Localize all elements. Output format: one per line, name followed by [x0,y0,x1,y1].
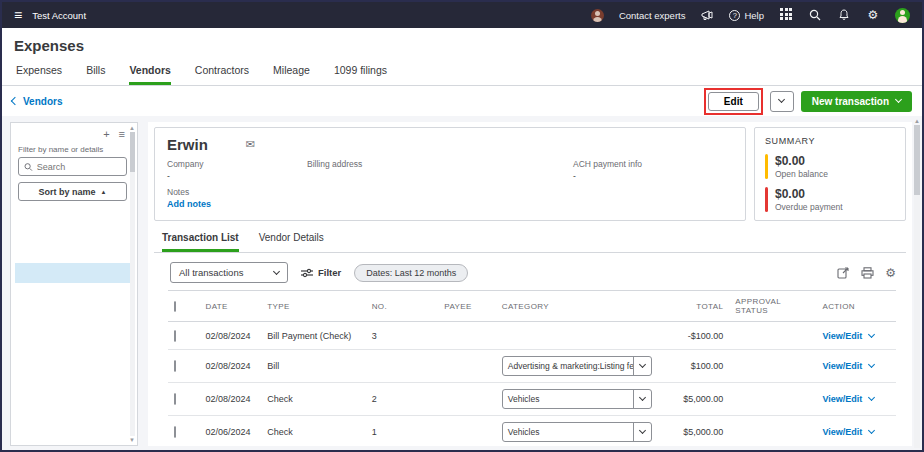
column-header-payee: PAYEE [438,291,495,322]
main-tabs: Expenses Bills Vendors Contractors Milea… [2,54,922,86]
cell-total: $5,000.00 [658,416,730,447]
print-icon[interactable] [861,267,874,279]
megaphone-icon[interactable] [700,8,714,22]
search-icon[interactable] [808,8,822,22]
list-menu-icon[interactable]: ≡ [119,128,125,140]
page-header: Expenses [2,28,922,54]
cell-no: 1 [366,416,439,447]
cell-approval-status [729,322,816,350]
open-balance-indicator [765,154,768,179]
cell-type: Bill Payment (Check) [261,322,365,350]
cell-payee [438,383,495,416]
transaction-type-filter-dropdown[interactable]: All transactions [170,262,288,283]
cell-no: 3 [366,322,439,350]
category-dropdown[interactable]: Advertising & marketing:Listing fe [502,356,652,376]
scrollbar-thumb[interactable] [914,125,920,195]
settings-gear-icon[interactable]: ⚙ [866,8,880,22]
cell-total: -$100.00 [658,322,730,350]
notifications-bell-icon[interactable] [837,8,851,22]
column-header-type: TYPE [261,291,365,322]
view-edit-link[interactable]: View/Edit [822,394,874,404]
selected-vendor-row[interactable] [15,263,131,283]
column-header-category: CATEGORY [496,291,658,322]
ach-payment-info-label: ACH payment info [573,159,733,169]
new-transaction-label: New transaction [812,96,889,107]
tab-1099-filings[interactable]: 1099 filings [334,64,387,85]
vendor-info-card: Erwin ✉ Company - Billing address ACH pa… [154,127,746,221]
chevron-left-icon [11,97,19,105]
summary-title: SUMMARY [765,136,895,146]
tab-expenses[interactable]: Expenses [16,64,62,85]
row-checkbox[interactable] [174,330,176,342]
open-balance-label: Open balance [775,169,828,179]
row-checkbox[interactable] [174,393,176,405]
view-edit-link[interactable]: View/Edit [822,331,874,341]
tab-bills[interactable]: Bills [86,64,105,85]
back-to-vendors-link[interactable]: Vendors [12,96,62,107]
apps-grid-icon[interactable] [779,8,793,22]
cell-category [496,322,658,350]
detail-tabs: Transaction List Vendor Details [154,221,906,253]
dates-filter-pill[interactable]: Dates: Last 12 months [354,264,468,282]
contact-experts-link[interactable]: Contact experts [619,10,686,21]
chevron-down-icon [868,394,875,401]
edit-button[interactable]: Edit [708,92,759,111]
cell-approval-status [729,350,816,383]
scroll-down-icon[interactable]: ▼ [129,437,135,443]
tab-vendors[interactable]: Vendors [129,64,170,85]
cell-type: Bill [261,350,365,383]
open-balance-item: $0.00 Open balance [765,154,895,179]
profile-avatar[interactable] [895,8,910,23]
page-scrollbar[interactable]: ▲ [913,118,921,448]
edit-dropdown-button[interactable] [770,91,794,112]
chevron-down-icon [633,357,651,375]
category-value: Vehicles [503,394,633,404]
view-edit-link[interactable]: View/Edit [822,427,874,437]
export-icon[interactable] [837,267,850,279]
table-row: 02/08/2024 Bill Advertising & marketing:… [168,350,896,383]
tab-contractors[interactable]: Contractors [195,64,249,85]
category-value: Advertising & marketing:Listing fe [503,361,633,371]
summary-card: SUMMARY $0.00 Open balance $0.00 Overdue… [754,127,906,221]
chevron-down-icon [895,96,902,103]
add-notes-link[interactable]: Add notes [167,199,211,209]
chevron-down-icon [868,330,875,337]
chevron-down-icon [868,361,875,368]
hamburger-menu-icon[interactable]: ≡ [14,8,22,22]
select-all-checkbox[interactable] [174,301,176,312]
row-checkbox[interactable] [174,360,176,372]
scroll-up-icon[interactable]: ▲ [129,125,135,131]
column-header-action: ACTION [816,291,896,322]
cell-approval-status [729,383,816,416]
cell-type: Check [261,383,365,416]
cell-type: Check [261,416,365,447]
column-header-date: DATE [199,291,261,322]
row-checkbox[interactable] [174,426,176,438]
sidebar-scrollbar[interactable]: ▲ ▼ [128,125,136,443]
tab-transaction-list[interactable]: Transaction List [162,232,239,252]
table-settings-gear-icon[interactable]: ⚙ [885,266,896,280]
add-vendor-icon[interactable]: + [103,128,109,140]
help-button[interactable]: ? Help [729,10,764,21]
help-icon: ? [729,10,740,21]
expert-avatar-icon[interactable] [591,9,604,22]
filter-button[interactable]: Filter [301,267,341,278]
vendor-detail-panel: Erwin ✉ Company - Billing address ACH pa… [148,122,912,446]
tab-vendor-details[interactable]: Vendor Details [259,232,324,252]
category-dropdown[interactable]: Vehicles [502,422,652,442]
vendor-search-input[interactable] [37,162,121,172]
open-balance-amount: $0.00 [775,154,828,168]
column-header-total: TOTAL [658,291,730,322]
vendor-list [18,205,127,441]
scroll-up-icon[interactable]: ▲ [914,118,920,124]
view-edit-link[interactable]: View/Edit [822,361,874,371]
cell-date: 02/06/2024 [199,416,261,447]
sort-by-name-dropdown[interactable]: Sort by name ▲ [18,182,127,201]
new-transaction-button[interactable]: New transaction [801,91,912,112]
email-envelope-icon[interactable]: ✉ [246,138,255,151]
view-edit-label: View/Edit [822,331,862,341]
tab-mileage[interactable]: Mileage [273,64,310,85]
category-dropdown[interactable]: Vehicles [502,389,652,409]
vendor-search-box[interactable] [18,157,127,176]
scrollbar-thumb[interactable] [130,132,135,172]
